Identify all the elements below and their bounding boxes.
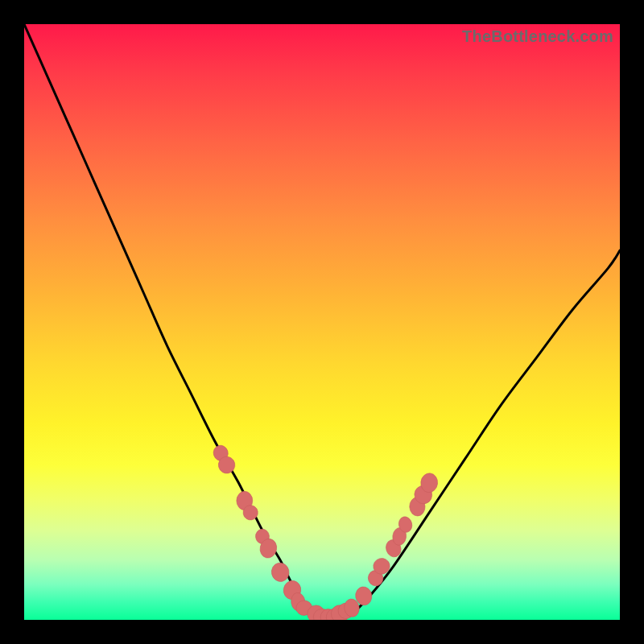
bottleneck-chart-svg: [24, 24, 620, 620]
bottleneck-curve: [24, 24, 620, 620]
chart-area: TheBottleneck.com: [24, 24, 620, 620]
curve-marker: [270, 561, 291, 584]
marker-group: [212, 444, 439, 620]
